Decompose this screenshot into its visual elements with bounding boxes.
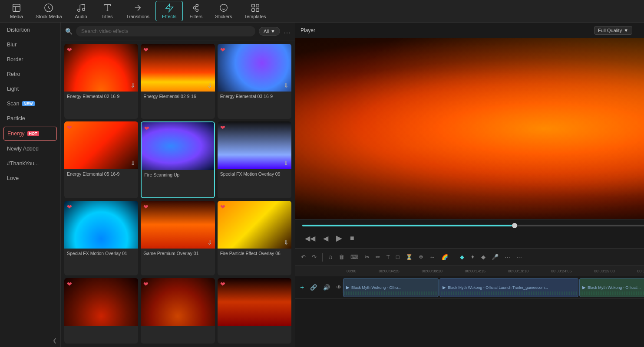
track-link-button[interactable]: 🔗 [308,282,319,292]
heart-icon[interactable]: ❤ [220,203,225,210]
effect-card-e7[interactable]: ❤ Special FX Motion Overlay 01 [64,201,138,276]
more-btn3[interactable]: ⋯ [514,252,524,262]
download-icon[interactable]: ⇓ [130,160,135,167]
sidebar-item-border[interactable]: Border [0,52,60,67]
effect-card-e12[interactable]: ❤ [218,278,291,344]
heart-icon[interactable]: ❤ [143,203,149,210]
download-icon[interactable]: ⇓ [284,82,289,89]
ruler-mark-4: 00:00:19:10 [508,269,529,273]
effect-card-e6[interactable]: ❤ ⇓ Special FX Motion Overlay 09 [218,121,291,198]
step-back-button[interactable]: ◀ [320,232,331,244]
effect-card-e1[interactable]: ❤ ⇓ Energy Elemental 02 16-9 [64,44,138,119]
effect-card-e10[interactable]: ❤ [64,278,138,344]
heart-icon[interactable]: ❤ [220,124,225,131]
track-body: ▶Black Myth Wukong - Offici...▶Black Myt… [343,276,644,298]
sidebar-item-blur[interactable]: Blur [0,37,60,52]
mask-button[interactable]: ◆ [479,252,488,262]
timeline-area: ↶ ↷ ♫ 🗑 ⌨ ✂ ✏ T □ ⏳ ❄ ↔ 🌈 ◆ ✦ ◆ 🎤 ⋯ [295,248,644,347]
sidebar-item-retro[interactable]: Retro [0,67,60,82]
audio-btn2[interactable]: 🎤 [489,252,501,262]
toolbar-item-transitions[interactable]: Transitions [120,1,155,21]
sidebar-item-energy[interactable]: Energy HOT [3,127,57,141]
more-options-button[interactable]: … [284,27,291,35]
track-mute-button[interactable]: 🔊 [321,282,332,292]
video-clip-2[interactable]: ▶Black Myth Wukong - Official... [579,278,644,297]
quality-button[interactable]: Full Quality ▼ [594,26,632,35]
effect-card-e8[interactable]: ❤ ⇓ Game Premium Overlay 01 [141,201,215,276]
sidebar-item-distortion[interactable]: Distortion [0,23,60,37]
effect-card-e5[interactable]: ❤ Fire Scanning Up [141,121,215,198]
effect-card-e11[interactable]: ❤ [141,278,215,344]
toolbar-item-titles[interactable]: Titles [94,1,120,21]
heart-icon[interactable]: ❤ [220,46,225,53]
ripple-delete-button[interactable]: ⌨ [348,252,361,262]
download-icon[interactable]: ⇓ [284,239,289,246]
heart-icon[interactable]: ❤ [67,46,72,53]
track-add-button[interactable]: + [298,282,306,293]
fit-button[interactable]: ↔ [427,252,437,262]
skip-back-button[interactable]: ◀◀ [302,232,318,244]
speed-button[interactable]: ⏳ [403,252,415,262]
sidebar-item-thankyou[interactable]: #ThankYou... [0,156,60,171]
toolbar-item-effects[interactable]: Effects [155,1,183,21]
progress-knob[interactable] [512,223,517,228]
clip-icon: ▶ [443,285,446,290]
player-title: Player [301,27,315,33]
effect-card-e3[interactable]: ❤ ⇓ Energy Elemental 03 16-9 [218,44,291,119]
download-icon[interactable]: ⇓ [207,239,212,246]
toolbar-item-media[interactable]: Media [3,1,30,21]
ruler-marks: 00:0000:00:04:2500:00:09:2000:00:14:1500… [347,269,644,273]
search-input[interactable] [76,26,255,36]
effect-card-e2[interactable]: ❤ ⇓ Energy Elemental 02 9-16 [141,44,215,119]
video-clip-1[interactable]: ▶Black Myth Wukong - Official Launch Tra… [439,278,578,297]
color-button[interactable]: 🌈 [439,252,450,262]
heart-icon[interactable]: ❤ [67,124,72,131]
text-button[interactable]: T [384,252,392,262]
sidebar-collapse-btn[interactable]: ❮ [0,334,60,347]
sidebar-item-newly[interactable]: Newly Added [0,141,60,156]
add-audio-button[interactable]: ♫ [326,252,335,262]
redo-button[interactable]: ↷ [310,252,319,262]
heart-icon[interactable]: ❤ [67,281,72,288]
more-btn2[interactable]: ⋯ [502,252,512,262]
ai-cut-button[interactable]: ◆ [458,252,466,262]
toolbar-item-filters[interactable]: Filters [183,1,209,21]
sidebar-item-particle[interactable]: Particle [0,111,60,126]
clip-label: Black Myth Wukong - Offici... [351,285,401,290]
sidebar-item-love[interactable]: Love [0,171,60,186]
toolbar-item-stock[interactable]: Stock Media [30,1,68,21]
delete-button[interactable]: 🗑 [337,252,347,262]
player-video: □ [295,38,644,219]
chevron-down-icon: ▼ [271,29,275,34]
effects-search-bar: 🔍 All ▼ … [61,23,295,40]
download-icon[interactable]: ⇓ [207,82,212,89]
track-visible-button[interactable]: 👁 [334,282,344,292]
video-clip-0[interactable]: ▶Black Myth Wukong - Offici... [343,278,439,297]
sidebar-item-light[interactable]: Light [0,82,60,96]
download-icon[interactable]: ⇓ [284,160,289,167]
heart-icon[interactable]: ❤ [67,203,72,210]
trim-button[interactable]: ✏ [373,252,383,262]
toolbar-item-templates[interactable]: Templates [238,1,272,21]
download-icon[interactable]: ⇓ [130,82,135,89]
filter-all-button[interactable]: All ▼ [259,27,280,36]
effect-card-e4[interactable]: ❤ ⇓ Energy Elemental 05 16-9 [64,121,138,198]
toolbar-separator [322,253,323,262]
progress-bar[interactable] [302,225,644,226]
split-button[interactable]: ✂ [363,252,372,262]
crop-button[interactable]: □ [394,252,402,262]
play-button[interactable]: ▶ [334,232,345,245]
effect-card-e9[interactable]: ❤ ⇓ Fire Particle Effect Overlay 06 [218,201,291,276]
heart-icon[interactable]: ❤ [220,281,225,288]
effects-btn2[interactable]: ✦ [468,252,477,262]
sidebar-item-scan[interactable]: Scan NEW [0,96,60,111]
undo-button[interactable]: ↶ [299,252,308,262]
heart-icon[interactable]: ❤ [143,46,149,53]
toolbar-item-audio[interactable]: Audio [68,1,94,21]
heart-icon[interactable]: ❤ [144,125,149,132]
heart-icon[interactable]: ❤ [143,281,149,288]
stop-button[interactable]: ■ [347,232,357,244]
toolbar-item-stickers[interactable]: Stickers [209,1,238,21]
track-row: + 🔗 🔊 👁 Video 1 ▶Black Myth Wukong - Off… [295,276,644,299]
freeze-button[interactable]: ❄ [416,252,426,262]
